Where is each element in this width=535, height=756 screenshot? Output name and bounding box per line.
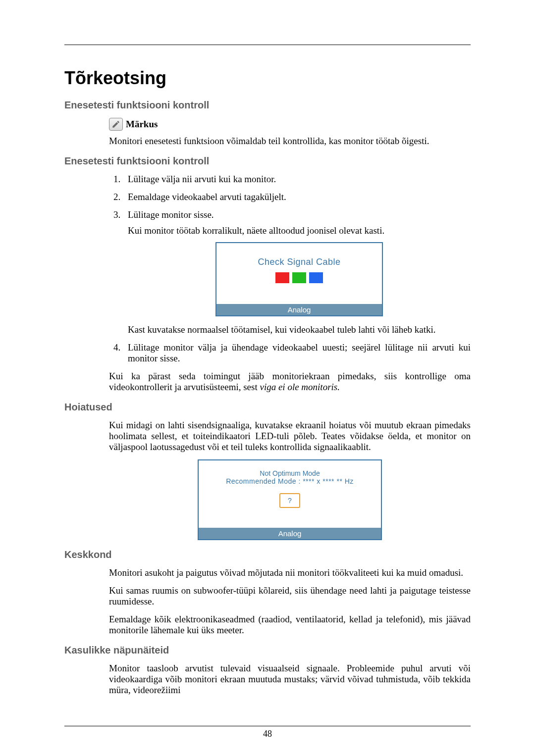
square-green-icon	[292, 272, 306, 283]
page-title: Tõrkeotsing	[64, 68, 471, 89]
osd-dialog-title: Check Signal Cable	[221, 257, 377, 267]
after-list-paragraph: Kui ka pärast seda toimingut jääb monito…	[109, 371, 471, 393]
section-content: Kui midagi on lahti sisendsignaaliga, ku…	[109, 420, 471, 540]
paragraph: Kui midagi on lahti sisendsignaaliga, ku…	[109, 420, 471, 453]
step-item: Eemaldage videokaabel arvuti tagaküljelt…	[123, 192, 471, 202]
osd-dialog-body: Not Optimum Mode Recommended Mode : ****…	[199, 460, 381, 516]
section-heading-tips: Kasulikke näpunäiteid	[64, 645, 471, 656]
step-subtext: Kui monitor töötab korralikult, näete al…	[128, 225, 471, 236]
step-item: Lülitage monitor sisse. Kui monitor tööt…	[123, 209, 471, 335]
osd-dialog: Not Optimum Mode Recommended Mode : ****…	[198, 459, 382, 540]
osd-dialog-body: Check Signal Cable	[216, 243, 382, 292]
osd-line: Recommended Mode : **** x **** ** Hz	[204, 477, 376, 485]
pencil-note-icon	[109, 118, 123, 131]
square-blue-icon	[309, 272, 323, 283]
section-heading-environment: Keskkond	[64, 549, 471, 560]
section-content: Monitori asukoht ja paigutus võivad mõju…	[109, 567, 471, 636]
section-heading-warnings: Hoiatused	[64, 402, 471, 413]
note-label: Märkus	[126, 119, 158, 130]
numbered-steps: Lülitage välja nii arvuti kui ka monitor…	[109, 174, 471, 364]
figure-check-signal-cable: Check Signal Cable Analog	[128, 242, 471, 316]
step-item: Lülitage välja nii arvuti kui ka monitor…	[123, 174, 471, 185]
document-page: Tõrkeotsing Enesetesti funktsiooni kontr…	[0, 0, 535, 756]
step-aftertext: Kast kuvatakse normaalsel töötamisel, ku…	[128, 324, 471, 335]
paragraph: Monitor taasloob arvutist tulevaid visua…	[109, 663, 471, 696]
square-red-icon	[275, 272, 289, 283]
paragraph: Monitori asukoht ja paigutus võivad mõju…	[109, 567, 471, 578]
step-item: Lülitage monitor välja ja ühendage video…	[123, 342, 471, 364]
note-row: Märkus	[109, 118, 471, 131]
top-divider	[64, 45, 471, 45]
page-number: 48	[0, 729, 535, 739]
bottom-divider	[64, 726, 471, 726]
section-content: Märkus Monitori enesetesti funktsioon võ…	[109, 118, 471, 147]
section-heading-selftest-2: Enesetesti funktsiooni kontroll	[64, 155, 471, 167]
italic-run: viga ei ole monitoris.	[260, 382, 339, 392]
step-text: Lülitage välja nii arvuti kui ka monitor…	[128, 174, 276, 184]
step-text: Lülitage monitor sisse.	[128, 209, 214, 220]
osd-dialog-footer: Analog	[216, 304, 382, 315]
osd-dialog: Check Signal Cable Analog	[215, 242, 383, 316]
note-text: Monitori enesetesti funktsioon võimaldab…	[109, 136, 471, 147]
paragraph: Kui samas ruumis on subwoofer-tüüpi kõla…	[109, 585, 471, 607]
step-text: Lülitage monitor välja ja ühendage video…	[128, 342, 471, 363]
figure-not-optimum-mode: Not Optimum Mode Recommended Mode : ****…	[109, 459, 471, 540]
paragraph: Eemaldage kõik elektroonikaseadmed (raad…	[109, 614, 471, 636]
section-content: Lülitage välja nii arvuti kui ka monitor…	[109, 174, 471, 393]
osd-dialog-footer: Analog	[199, 528, 381, 539]
section-heading-selftest-1: Enesetesti funktsiooni kontroll	[64, 100, 471, 111]
osd-line: Not Optimum Mode	[204, 469, 376, 477]
section-content: Monitor taasloob arvutist tulevaid visua…	[109, 663, 471, 696]
rgb-squares	[221, 272, 377, 283]
question-button-icon: ?	[279, 493, 300, 508]
step-text: Eemaldage videokaabel arvuti tagaküljelt…	[128, 192, 286, 202]
